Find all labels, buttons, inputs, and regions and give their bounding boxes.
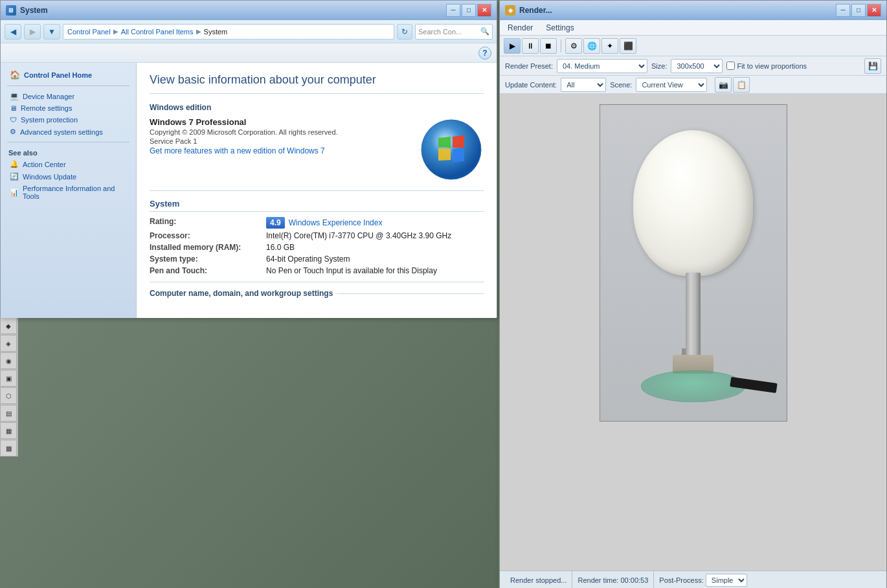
render-region-button[interactable]: ⬛	[620, 38, 636, 54]
action-center-icon: 🔔	[10, 160, 19, 168]
render-options-row2: Update Content: All Scene: Current View …	[500, 76, 886, 94]
toolbar-btn-4[interactable]: ▣	[0, 370, 17, 387]
render-minimize-button[interactable]: ─	[836, 4, 850, 17]
sidebar-windows-update[interactable]: 🔄 Windows Update	[1, 170, 136, 183]
back-button[interactable]: ◀	[5, 24, 21, 40]
search-icon: 🔍	[480, 27, 489, 36]
update-content-label: Update Content:	[505, 81, 557, 89]
search-box[interactable]: Search Con... 🔍	[415, 24, 493, 40]
maximize-button[interactable]: □	[462, 4, 476, 17]
scene-buttons: 📷 📋	[715, 77, 750, 93]
main-heading: View basic information about your comput…	[150, 73, 484, 94]
toolbar-btn-6[interactable]: ▤	[0, 405, 17, 422]
render-area	[500, 94, 886, 571]
toolbar-btn-1[interactable]: ◆	[0, 317, 17, 334]
render-effects-button[interactable]: ✦	[601, 38, 618, 54]
sidebar-home-link[interactable]: 🏠 Control Panel Home	[1, 68, 136, 82]
render-toolbar: ▶ ⏸ ⏹ ⚙ 🌐 ✦ ⬛	[500, 36, 886, 56]
ram-row: Installed memory (RAM): 16.0 GB	[150, 243, 484, 252]
computer-name-row: Computer name, domain, and workgroup set…	[150, 289, 484, 298]
cp-window-icon: ⊞	[6, 5, 16, 16]
render-statusbar: Render stopped... Render time: 00:00:53 …	[500, 571, 886, 588]
render-pause-button[interactable]: ⏸	[522, 38, 539, 54]
rating-box: 4.9 Windows Experience Index	[266, 217, 382, 229]
section-divider	[150, 190, 484, 191]
toolbar-btn-7[interactable]: ▦	[0, 422, 17, 439]
breadcrumb-current: System	[204, 28, 228, 36]
sidebar-item-system-protection[interactable]: 🛡 System protection	[1, 114, 136, 126]
system-type-row: System type: 64-bit Operating System	[150, 254, 484, 264]
sidebar-divider-1	[7, 85, 129, 86]
breadcrumb-arrow-1: ▶	[113, 28, 118, 35]
sidebar-divider-2	[7, 142, 129, 142]
close-button[interactable]: ✕	[477, 4, 491, 17]
edition-info: Windows 7 Professional Copyright © 2009 …	[150, 117, 419, 155]
render-options-row1: Render Preset: 04. Medium Size: 300x500 …	[500, 56, 886, 76]
breadcrumb-control-panel[interactable]: Control Panel	[67, 28, 111, 36]
breadcrumb-arrow-2: ▶	[196, 28, 201, 35]
minimize-button[interactable]: ─	[446, 4, 460, 17]
toolbar-btn-8[interactable]: ▩	[0, 440, 17, 457]
sidebar-item-remote-settings[interactable]: 🖥 Remote settings	[1, 102, 136, 114]
render-preset-select[interactable]: 04. Medium	[557, 59, 647, 73]
rating-label: Rating:	[150, 217, 266, 229]
refresh-button[interactable]: ↻	[397, 24, 412, 40]
render-stop-button[interactable]: ⏹	[540, 38, 557, 54]
edition-name: Windows 7 Professional	[150, 117, 419, 127]
render-size-select[interactable]: 300x500	[671, 59, 723, 73]
breadcrumb: Control Panel ▶ All Control Panel Items …	[63, 24, 394, 40]
ram-value: 16.0 GB	[266, 243, 295, 252]
render-close-button[interactable]: ✕	[867, 4, 881, 17]
help-button[interactable]: ?	[478, 47, 491, 60]
render-window-controls: ─ □ ✕	[836, 4, 881, 17]
render-maximize-button[interactable]: □	[851, 4, 866, 17]
render-extra-btn[interactable]: 💾	[864, 58, 881, 74]
sidebar-performance-info[interactable]: 📊 Performance Information and Tools	[1, 183, 136, 202]
device-manager-icon: 💻	[10, 92, 19, 100]
breadcrumb-all-items[interactable]: All Control Panel Items	[121, 28, 194, 36]
system-section-heading: System	[150, 199, 484, 212]
menu-render[interactable]: Render	[505, 23, 535, 32]
system-protection-icon: 🛡	[10, 116, 17, 124]
fit-proportions-checkbox[interactable]	[726, 62, 735, 70]
sidebar-item-device-manager[interactable]: 💻 Device Manager	[1, 90, 136, 102]
cp-toolbar: ?	[1, 43, 497, 63]
toolbar-separator	[561, 40, 561, 52]
post-process-select[interactable]: Simple	[706, 574, 747, 587]
rating-row: Rating: 4.9 Windows Experience Index	[150, 217, 484, 229]
scene-btn-1[interactable]: 📷	[715, 77, 732, 93]
render-play-button[interactable]: ▶	[504, 38, 521, 54]
toolbar-btn-5[interactable]: ⬡	[0, 387, 17, 404]
toolbar-btn-2[interactable]: ◈	[0, 335, 17, 352]
lamp-shade	[633, 130, 752, 275]
scene-select[interactable]: Current View	[636, 78, 707, 92]
scene-btn-2[interactable]: 📋	[733, 77, 750, 93]
cp-navbar: ◀ ▶ ▼ Control Panel ▶ All Control Panel …	[1, 20, 497, 43]
render-environment-button[interactable]: 🌐	[583, 38, 600, 54]
ram-label: Installed memory (RAM):	[150, 243, 266, 252]
rating-badge: 4.9	[266, 217, 285, 229]
processor-label: Processor:	[150, 231, 266, 240]
edition-upgrade-link[interactable]: Get more features with a new edition of …	[150, 146, 325, 155]
scene-label: Scene:	[610, 81, 632, 89]
menu-settings[interactable]: Settings	[543, 23, 576, 32]
size-label: Size:	[651, 62, 667, 70]
dropdown-button[interactable]: ▼	[43, 24, 60, 40]
render-settings-button[interactable]: ⚙	[565, 38, 582, 54]
render-title: ◈ Render...	[505, 5, 552, 16]
windows-experience-link[interactable]: Windows Experience Index	[289, 218, 383, 227]
render-time-label: Render time:	[578, 576, 618, 584]
toolbar-btn-3[interactable]: ◉	[0, 352, 17, 369]
render-menubar: Render Settings	[500, 20, 886, 36]
lamp-background	[600, 105, 787, 421]
sidebar-item-advanced-settings[interactable]: ⚙ Advanced system settings	[1, 126, 136, 138]
processor-row: Processor: Intel(R) Core(TM) i7-3770 CPU…	[150, 231, 484, 240]
render-status-text: Render stopped...	[505, 571, 572, 588]
control-panel-window: ⊞ System ─ □ ✕ ◀ ▶ ▼ Control Panel ▶ All…	[0, 0, 497, 317]
forward-button[interactable]: ▶	[24, 24, 41, 40]
sidebar-action-center[interactable]: 🔔 Action Center	[1, 158, 136, 170]
windows-logo-svg	[419, 117, 484, 182]
render-save-button[interactable]: 💾	[864, 58, 881, 74]
computer-name-divider-line	[337, 293, 484, 294]
update-content-select[interactable]: All	[561, 78, 606, 92]
